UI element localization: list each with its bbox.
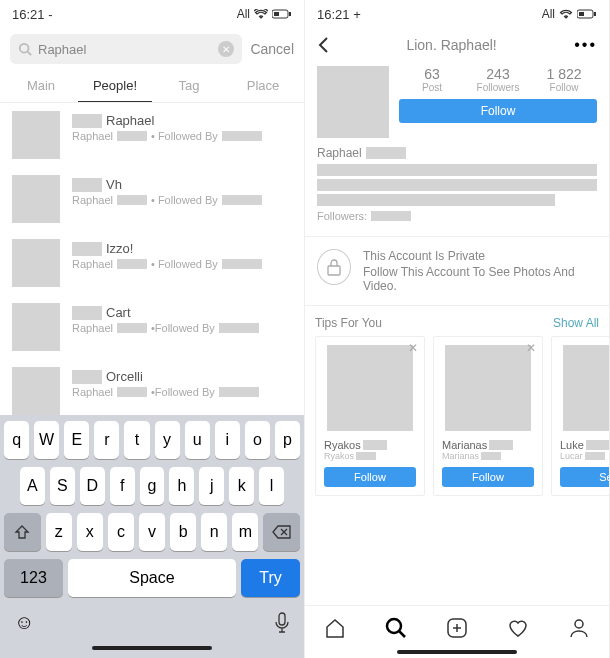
card-name: Luke — [560, 439, 584, 451]
key-E[interactable]: E — [64, 421, 89, 459]
key-r[interactable]: r — [94, 421, 119, 459]
home-indicator[interactable] — [397, 650, 517, 654]
wifi-icon — [254, 9, 268, 19]
key-p[interactable]: p — [275, 421, 300, 459]
profile-bio: Raphael Followers: — [305, 146, 609, 230]
key-f[interactable]: f — [110, 467, 135, 505]
svg-rect-1 — [274, 12, 279, 16]
stat-followers[interactable]: 243Followers — [465, 66, 531, 93]
key-j[interactable]: j — [199, 467, 224, 505]
key-v[interactable]: v — [139, 513, 165, 551]
key-A[interactable]: A — [20, 467, 45, 505]
card-follow-button[interactable]: Follow — [324, 467, 416, 487]
cancel-button[interactable]: Cancel — [250, 41, 294, 57]
private-subtitle: Follow This Account To See Photos And Vi… — [363, 265, 575, 293]
followers-label: Followers: — [317, 210, 367, 222]
result-name: Vh — [106, 177, 122, 192]
status-icons: All — [542, 7, 597, 21]
avatar — [12, 111, 60, 159]
key-space[interactable]: Space — [68, 559, 236, 597]
close-icon[interactable]: ✕ — [408, 341, 418, 355]
key-i[interactable]: i — [215, 421, 240, 459]
nav-profile-icon[interactable] — [567, 616, 591, 640]
key-W[interactable]: W — [34, 421, 59, 459]
key-g[interactable]: g — [140, 467, 165, 505]
key-h[interactable]: h — [169, 467, 194, 505]
search-box[interactable]: ✕ — [10, 34, 242, 64]
nav-heart-icon[interactable] — [506, 616, 530, 640]
card-follow-button[interactable]: Follow — [442, 467, 534, 487]
tab-people[interactable]: People! — [78, 70, 152, 102]
key-x[interactable]: x — [77, 513, 103, 551]
follow-button[interactable]: Follow — [399, 99, 597, 123]
bio-name: Raphael — [317, 146, 362, 160]
home-indicator[interactable] — [92, 646, 212, 650]
search-results: Raphael Raphael• Followed By Vh Raphael•… — [0, 103, 304, 415]
key-n[interactable]: n — [201, 513, 227, 551]
svg-rect-9 — [579, 12, 584, 16]
card-follow-button[interactable]: Se — [560, 467, 609, 487]
back-button[interactable] — [317, 36, 329, 54]
key-go[interactable]: Try — [241, 559, 300, 597]
search-input[interactable] — [38, 42, 212, 57]
svg-rect-11 — [328, 266, 340, 275]
wifi-icon — [559, 9, 573, 19]
result-row[interactable]: Izzo! Raphael• Followed By — [0, 231, 304, 295]
tab-main[interactable]: Main — [4, 70, 78, 102]
key-m[interactable]: m — [232, 513, 258, 551]
more-icon[interactable]: ••• — [574, 36, 597, 54]
key-u[interactable]: u — [185, 421, 210, 459]
key-o[interactable]: o — [245, 421, 270, 459]
mic-icon[interactable] — [274, 612, 290, 634]
card-name: Ryakos — [324, 439, 361, 451]
card-avatar[interactable] — [445, 345, 531, 431]
key-q[interactable]: q — [4, 421, 29, 459]
svg-line-13 — [399, 631, 405, 637]
private-notice: This Account Is Private Follow This Acco… — [305, 236, 609, 306]
nav-search-icon[interactable] — [384, 616, 408, 640]
stat-posts[interactable]: 63Post — [399, 66, 465, 93]
key-c[interactable]: c — [108, 513, 134, 551]
result-name: Izzo! — [106, 241, 133, 256]
tab-tag[interactable]: Tag — [152, 70, 226, 102]
svg-point-17 — [575, 620, 583, 628]
emoji-icon[interactable]: ☺ — [14, 611, 34, 634]
key-y[interactable]: y — [155, 421, 180, 459]
key-t[interactable]: t — [124, 421, 149, 459]
key-l[interactable]: l — [259, 467, 284, 505]
avatar — [12, 367, 60, 415]
clear-icon[interactable]: ✕ — [218, 41, 234, 57]
close-icon[interactable]: ✕ — [526, 341, 536, 355]
key-k[interactable]: k — [229, 467, 254, 505]
profile-screen: 16:21 + All Lion. Raphael! ••• 63Post 24… — [305, 0, 610, 658]
avatar — [12, 239, 60, 287]
result-row[interactable]: Cart Raphael•Followed By — [0, 295, 304, 359]
result-row[interactable]: Orcelli Raphael•Followed By — [0, 359, 304, 415]
show-all-button[interactable]: Show All — [553, 316, 599, 330]
svg-rect-2 — [289, 12, 291, 16]
profile-avatar[interactable] — [317, 66, 389, 138]
result-name: Raphael — [106, 113, 154, 128]
key-123[interactable]: 123 — [4, 559, 63, 597]
stat-following[interactable]: 1 822Follow — [531, 66, 597, 93]
result-row[interactable]: Vh Raphael• Followed By — [0, 167, 304, 231]
lock-icon — [317, 249, 351, 285]
key-b[interactable]: b — [170, 513, 196, 551]
key-backspace[interactable] — [263, 513, 300, 551]
keyboard-bottom: ☺ — [4, 605, 300, 640]
nav-home-icon[interactable] — [323, 616, 347, 640]
search-screen: 16:21 - All ✕ Cancel Main People! Tag Pl… — [0, 0, 305, 658]
card-avatar[interactable] — [563, 345, 609, 431]
result-row[interactable]: Raphael Raphael• Followed By — [0, 103, 304, 167]
suggestion-card: ✕ Luke Lucar Se — [551, 336, 609, 496]
key-S[interactable]: S — [50, 467, 75, 505]
key-z[interactable]: z — [46, 513, 72, 551]
key-shift[interactable] — [4, 513, 41, 551]
nav-add-icon[interactable] — [445, 616, 469, 640]
tab-place[interactable]: Place — [226, 70, 300, 102]
svg-rect-10 — [594, 12, 596, 16]
card-avatar[interactable] — [327, 345, 413, 431]
key-D[interactable]: D — [80, 467, 105, 505]
search-icon — [18, 42, 32, 56]
keyboard: qWErtyuiop ASDfghjkl zxcvbnm 123 Space T… — [0, 415, 304, 658]
